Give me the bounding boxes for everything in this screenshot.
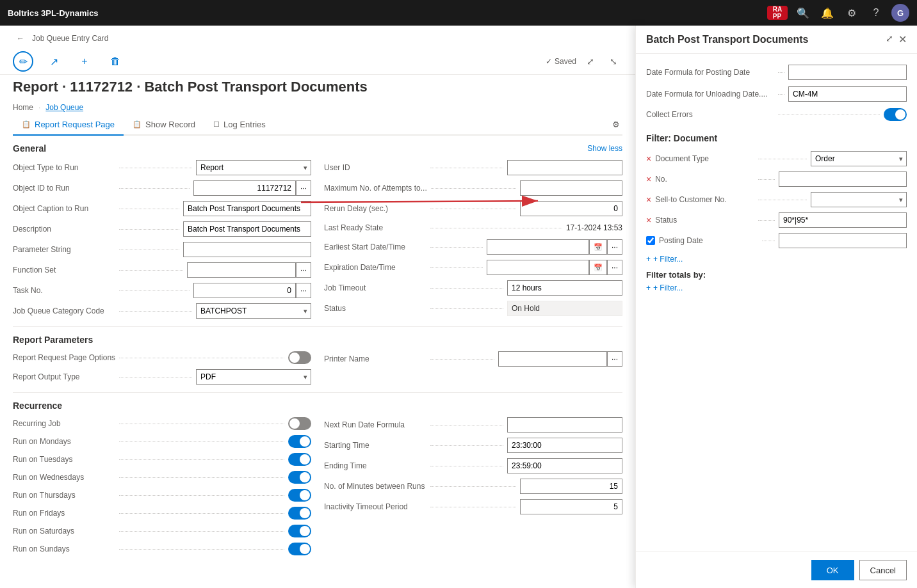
- delete-icon[interactable]: 🗑: [105, 51, 126, 72]
- panel-expand-icon[interactable]: ⤢: [886, 33, 893, 45]
- filter-posting-date-input[interactable]: [779, 233, 907, 248]
- user-id-input[interactable]: [507, 160, 622, 175]
- tab-show-record-icon: 📋: [133, 120, 142, 129]
- max-attempts-input[interactable]: [520, 180, 622, 196]
- show-less-btn[interactable]: Show less: [587, 144, 622, 153]
- ok-button[interactable]: OK: [811, 560, 854, 580]
- run-saturdays-toggle[interactable]: [288, 525, 311, 537]
- expiration-calendar-btn[interactable]: 📅: [589, 260, 607, 275]
- expiration-input[interactable]: [487, 260, 589, 275]
- expand-icon[interactable]: ⤢: [581, 52, 599, 70]
- collapse-icon[interactable]: ⤡: [605, 52, 622, 70]
- recurring-job-toggle[interactable]: [288, 417, 311, 430]
- field-parameter-string: Parameter String: [13, 239, 311, 260]
- collect-errors-toggle[interactable]: [884, 108, 907, 121]
- expiration-dots-btn[interactable]: ···: [607, 260, 622, 275]
- panel-title: Batch Post Transport Documents: [646, 34, 808, 45]
- panel-footer: OK Cancel: [636, 552, 917, 588]
- run-wednesdays-toggle[interactable]: [288, 471, 311, 484]
- run-thursdays-toggle[interactable]: [288, 489, 311, 502]
- description-input[interactable]: [183, 221, 311, 237]
- field-recurring-job-label: Recurring Job: [13, 419, 115, 428]
- general-form-grid: Object Type to Run Report Object ID to R…: [13, 157, 622, 321]
- toolbar-left: ✏ ↗ + 🗑: [13, 51, 126, 72]
- ending-time-input[interactable]: [507, 458, 622, 473]
- field-status: Status On Hold: [324, 298, 622, 319]
- object-caption-input[interactable]: [183, 201, 311, 216]
- add-filter-icon: +: [646, 255, 651, 264]
- tab-report-request[interactable]: 📋 Report Request Page: [13, 115, 124, 136]
- field-job-queue-category: Job Queue Category Code BATCHPOST: [13, 301, 311, 321]
- run-sundays-toggle[interactable]: [288, 543, 311, 555]
- add-filter-btn[interactable]: + + Filter...: [646, 255, 907, 264]
- filter-posting-date-checkbox[interactable]: [646, 236, 655, 245]
- filter-document-type-remove[interactable]: ×: [646, 154, 651, 164]
- filter-document-type-select[interactable]: Order: [811, 151, 907, 166]
- nav-job-queue[interactable]: Job Queue: [45, 103, 83, 112]
- dots-r6: [430, 267, 483, 268]
- minutes-between-runs-input[interactable]: [520, 479, 622, 494]
- field-starting-time-label: Starting Time: [324, 441, 426, 450]
- page-title: Report · 11172712 · Batch Post Transport…: [13, 75, 622, 100]
- rerun-delay-input[interactable]: [520, 201, 622, 216]
- field-run-thursdays: Run on Thursdays: [13, 486, 311, 504]
- user-avatar[interactable]: G: [891, 4, 909, 22]
- date-formula-posting-input[interactable]: [788, 65, 907, 80]
- earliest-start-input[interactable]: [487, 239, 589, 255]
- add-filter-totals-btn[interactable]: + + Filter...: [646, 283, 907, 292]
- filter-sell-to-customer-select[interactable]: [811, 192, 907, 207]
- report-request-page-toggle[interactable]: [288, 351, 311, 364]
- tab-show-record[interactable]: 📋 Show Record: [124, 115, 204, 136]
- add-icon[interactable]: +: [74, 51, 95, 72]
- object-id-dots-btn[interactable]: ···: [296, 180, 311, 196]
- breadcrumb-row: ← Job Queue Entry Card: [13, 31, 622, 46]
- printer-name-dots-btn[interactable]: ···: [607, 351, 622, 367]
- function-set-dots-btn[interactable]: ···: [296, 262, 311, 278]
- task-no-input[interactable]: [193, 283, 296, 298]
- date-formula-unloading-input[interactable]: [788, 86, 907, 102]
- job-timeout-input[interactable]: [507, 280, 622, 296]
- settings-gear-icon[interactable]: ⚙: [610, 115, 622, 134]
- parameter-string-input[interactable]: [183, 242, 311, 257]
- filter-totals-label: Filter totals by:: [646, 270, 907, 280]
- report-output-type-select[interactable]: PDF: [196, 369, 311, 385]
- object-type-select[interactable]: Report: [196, 160, 311, 175]
- back-button[interactable]: ←: [13, 31, 28, 46]
- field-earliest-start: Earliest Start Date/Time 📅 ···: [324, 237, 622, 257]
- field-expiration-label: Expiration Date/Time: [324, 263, 426, 272]
- notification-icon[interactable]: 🔔: [818, 4, 836, 22]
- settings-icon[interactable]: ⚙: [843, 4, 861, 22]
- filter-sell-to-customer-remove[interactable]: ×: [646, 195, 651, 205]
- cancel-button[interactable]: Cancel: [859, 560, 907, 580]
- function-set-input[interactable]: [187, 262, 296, 278]
- app-title-area: Boltrics 3PL-Dynamics: [8, 8, 99, 18]
- filter-status-input[interactable]: [779, 212, 907, 228]
- filter-status-remove[interactable]: ×: [646, 215, 651, 225]
- edit-icon[interactable]: ✏: [13, 51, 33, 72]
- help-icon[interactable]: ?: [867, 4, 885, 22]
- run-tuesdays-toggle[interactable]: [288, 453, 311, 466]
- job-queue-category-select[interactable]: BATCHPOST: [196, 303, 311, 319]
- nav-home[interactable]: Home: [13, 103, 33, 112]
- field-minutes-between-runs: No. of Minutes between Runs: [324, 476, 622, 497]
- field-run-thursdays-label: Run on Thursdays: [13, 491, 115, 500]
- earliest-start-calendar-btn[interactable]: 📅: [589, 239, 607, 255]
- filter-no-input[interactable]: [779, 171, 907, 187]
- inactivity-timeout-input[interactable]: [520, 499, 622, 514]
- general-right-col: User ID Maximum No. of Attempts to... Re…: [324, 157, 622, 321]
- panel-close-icon[interactable]: ✕: [898, 33, 907, 45]
- tab-log-entries[interactable]: ☐ Log Entries: [204, 115, 275, 136]
- run-fridays-toggle[interactable]: [288, 507, 311, 520]
- earliest-start-dots-btn[interactable]: ···: [607, 239, 622, 255]
- run-mondays-toggle[interactable]: [288, 435, 311, 448]
- task-no-dots-btn[interactable]: ···: [296, 283, 311, 298]
- filter-no-remove[interactable]: ×: [646, 174, 651, 184]
- starting-time-input[interactable]: [507, 438, 622, 453]
- share-icon[interactable]: ↗: [44, 51, 64, 72]
- search-icon[interactable]: 🔍: [794, 4, 812, 22]
- next-run-formula-input[interactable]: [507, 417, 622, 433]
- right-panel: Batch Post Transport Documents ⤢ ✕ Date …: [635, 26, 917, 588]
- object-id-input[interactable]: [193, 180, 296, 196]
- printer-name-input[interactable]: [498, 351, 607, 367]
- dots-rp2: [119, 377, 192, 377]
